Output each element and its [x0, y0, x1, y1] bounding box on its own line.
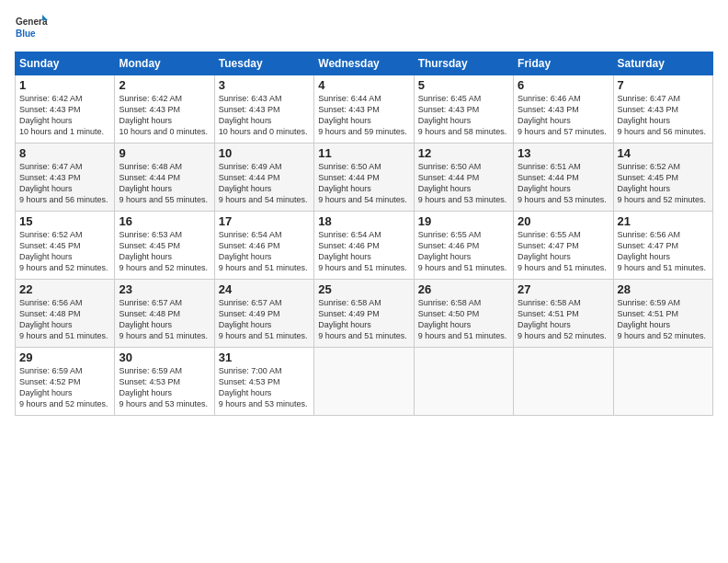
- day-number: 15: [19, 214, 110, 228]
- logo: General Blue: [15, 11, 48, 44]
- day-number: 10: [219, 146, 310, 160]
- day-number: 12: [418, 146, 509, 160]
- day-header-tuesday: Tuesday: [214, 52, 313, 75]
- cell-details: Sunrise: 6:54 AMSunset: 4:46 PMDaylight …: [318, 230, 407, 272]
- day-header-wednesday: Wednesday: [314, 52, 414, 75]
- day-cell-8: 8 Sunrise: 6:47 AMSunset: 4:43 PMDayligh…: [16, 144, 115, 212]
- cell-details: Sunrise: 6:56 AMSunset: 4:47 PMDaylight …: [618, 230, 707, 272]
- cell-details: Sunrise: 6:57 AMSunset: 4:48 PMDaylight …: [119, 298, 208, 340]
- day-header-friday: Friday: [514, 52, 613, 75]
- cell-details: Sunrise: 6:59 AMSunset: 4:51 PMDaylight …: [618, 298, 707, 340]
- day-number: 13: [518, 146, 609, 160]
- day-cell-20: 20 Sunrise: 6:55 AMSunset: 4:47 PMDaylig…: [514, 212, 613, 280]
- day-cell-12: 12 Sunrise: 6:50 AMSunset: 4:44 PMDaylig…: [414, 144, 513, 212]
- day-cell-27: 27 Sunrise: 6:58 AMSunset: 4:51 PMDaylig…: [514, 280, 613, 348]
- cell-details: Sunrise: 6:42 AMSunset: 4:43 PMDaylight …: [19, 94, 104, 136]
- day-number: 2: [119, 78, 210, 92]
- cell-details: Sunrise: 6:58 AMSunset: 4:49 PMDaylight …: [318, 298, 407, 340]
- cell-details: Sunrise: 6:47 AMSunset: 4:43 PMDaylight …: [618, 94, 707, 136]
- day-number: 28: [618, 282, 709, 296]
- svg-text:Blue: Blue: [16, 29, 36, 39]
- day-number: 30: [119, 350, 210, 364]
- header-row: SundayMondayTuesdayWednesdayThursdayFrid…: [16, 52, 713, 75]
- day-number: 24: [219, 282, 310, 296]
- day-number: 31: [219, 350, 310, 364]
- day-cell-28: 28 Sunrise: 6:59 AMSunset: 4:51 PMDaylig…: [613, 280, 712, 348]
- day-number: 8: [19, 146, 110, 160]
- day-number: 29: [19, 350, 110, 364]
- day-number: 21: [618, 214, 709, 228]
- day-cell-13: 13 Sunrise: 6:51 AMSunset: 4:44 PMDaylig…: [514, 144, 613, 212]
- cell-details: Sunrise: 6:58 AMSunset: 4:50 PMDaylight …: [418, 298, 507, 340]
- day-number: 1: [19, 78, 110, 92]
- day-cell-17: 17 Sunrise: 6:54 AMSunset: 4:46 PMDaylig…: [214, 212, 313, 280]
- day-cell-16: 16 Sunrise: 6:53 AMSunset: 4:45 PMDaylig…: [115, 212, 214, 280]
- day-number: 22: [19, 282, 110, 296]
- cell-details: Sunrise: 6:53 AMSunset: 4:45 PMDaylight …: [119, 230, 208, 272]
- cell-details: Sunrise: 6:45 AMSunset: 4:43 PMDaylight …: [418, 94, 507, 136]
- day-number: 3: [219, 78, 310, 92]
- cell-details: Sunrise: 6:48 AMSunset: 4:44 PMDaylight …: [119, 162, 208, 204]
- day-number: 27: [518, 282, 609, 296]
- day-cell-15: 15 Sunrise: 6:52 AMSunset: 4:45 PMDaylig…: [16, 212, 115, 280]
- day-cell-5: 5 Sunrise: 6:45 AMSunset: 4:43 PMDayligh…: [414, 75, 513, 144]
- day-cell-30: 30 Sunrise: 6:59 AMSunset: 4:53 PMDaylig…: [115, 348, 214, 416]
- week-row-5: 29 Sunrise: 6:59 AMSunset: 4:52 PMDaylig…: [16, 348, 713, 416]
- day-cell-1: 1 Sunrise: 6:42 AMSunset: 4:43 PMDayligh…: [16, 75, 115, 144]
- day-cell-3: 3 Sunrise: 6:43 AMSunset: 4:43 PMDayligh…: [214, 75, 313, 144]
- day-cell-7: 7 Sunrise: 6:47 AMSunset: 4:43 PMDayligh…: [613, 75, 712, 144]
- day-cell-2: 2 Sunrise: 6:42 AMSunset: 4:43 PMDayligh…: [115, 75, 214, 144]
- cell-details: Sunrise: 6:43 AMSunset: 4:43 PMDaylight …: [219, 94, 308, 136]
- day-cell-24: 24 Sunrise: 6:57 AMSunset: 4:49 PMDaylig…: [214, 280, 313, 348]
- calendar-page: General Blue SundayMondayTuesdayWednesda…: [0, 0, 728, 563]
- day-number: 14: [618, 146, 709, 160]
- day-header-monday: Monday: [115, 52, 214, 75]
- logo-graphic: General Blue: [15, 11, 48, 44]
- week-row-4: 22 Sunrise: 6:56 AMSunset: 4:48 PMDaylig…: [16, 280, 713, 348]
- cell-details: Sunrise: 6:49 AMSunset: 4:44 PMDaylight …: [219, 162, 308, 204]
- cell-details: Sunrise: 6:52 AMSunset: 4:45 PMDaylight …: [618, 162, 707, 204]
- day-header-thursday: Thursday: [414, 52, 513, 75]
- day-number: 4: [318, 78, 409, 92]
- cell-details: Sunrise: 6:52 AMSunset: 4:45 PMDaylight …: [19, 230, 108, 272]
- day-cell-26: 26 Sunrise: 6:58 AMSunset: 4:50 PMDaylig…: [414, 280, 513, 348]
- day-cell-19: 19 Sunrise: 6:55 AMSunset: 4:46 PMDaylig…: [414, 212, 513, 280]
- day-cell-9: 9 Sunrise: 6:48 AMSunset: 4:44 PMDayligh…: [115, 144, 214, 212]
- day-number: 6: [518, 78, 609, 92]
- day-number: 19: [418, 214, 509, 228]
- day-cell-6: 6 Sunrise: 6:46 AMSunset: 4:43 PMDayligh…: [514, 75, 613, 144]
- day-header-sunday: Sunday: [16, 52, 115, 75]
- header: General Blue: [15, 11, 713, 44]
- cell-details: Sunrise: 6:56 AMSunset: 4:48 PMDaylight …: [19, 298, 108, 340]
- day-number: 25: [318, 282, 409, 296]
- day-number: 17: [219, 214, 310, 228]
- day-cell-31: 31 Sunrise: 7:00 AMSunset: 4:53 PMDaylig…: [214, 348, 313, 416]
- day-cell-25: 25 Sunrise: 6:58 AMSunset: 4:49 PMDaylig…: [314, 280, 414, 348]
- empty-cell: [514, 348, 613, 416]
- day-number: 16: [119, 214, 210, 228]
- calendar-table: SundayMondayTuesdayWednesdayThursdayFrid…: [15, 52, 713, 416]
- cell-details: Sunrise: 6:55 AMSunset: 4:47 PMDaylight …: [518, 230, 607, 272]
- cell-details: Sunrise: 6:51 AMSunset: 4:44 PMDaylight …: [518, 162, 607, 204]
- cell-details: Sunrise: 7:00 AMSunset: 4:53 PMDaylight …: [219, 366, 308, 408]
- day-cell-18: 18 Sunrise: 6:54 AMSunset: 4:46 PMDaylig…: [314, 212, 414, 280]
- cell-details: Sunrise: 6:42 AMSunset: 4:43 PMDaylight …: [119, 94, 208, 136]
- day-cell-23: 23 Sunrise: 6:57 AMSunset: 4:48 PMDaylig…: [115, 280, 214, 348]
- day-cell-4: 4 Sunrise: 6:44 AMSunset: 4:43 PMDayligh…: [314, 75, 414, 144]
- day-number: 23: [119, 282, 210, 296]
- cell-details: Sunrise: 6:54 AMSunset: 4:46 PMDaylight …: [219, 230, 308, 272]
- day-number: 18: [318, 214, 409, 228]
- day-number: 7: [618, 78, 709, 92]
- day-cell-10: 10 Sunrise: 6:49 AMSunset: 4:44 PMDaylig…: [214, 144, 313, 212]
- cell-details: Sunrise: 6:59 AMSunset: 4:52 PMDaylight …: [19, 366, 108, 408]
- cell-details: Sunrise: 6:59 AMSunset: 4:53 PMDaylight …: [119, 366, 208, 408]
- cell-details: Sunrise: 6:58 AMSunset: 4:51 PMDaylight …: [518, 298, 607, 340]
- day-number: 11: [318, 146, 409, 160]
- empty-cell: [414, 348, 513, 416]
- cell-details: Sunrise: 6:50 AMSunset: 4:44 PMDaylight …: [318, 162, 407, 204]
- week-row-2: 8 Sunrise: 6:47 AMSunset: 4:43 PMDayligh…: [16, 144, 713, 212]
- empty-cell: [314, 348, 414, 416]
- week-row-1: 1 Sunrise: 6:42 AMSunset: 4:43 PMDayligh…: [16, 75, 713, 144]
- cell-details: Sunrise: 6:57 AMSunset: 4:49 PMDaylight …: [219, 298, 308, 340]
- day-cell-11: 11 Sunrise: 6:50 AMSunset: 4:44 PMDaylig…: [314, 144, 414, 212]
